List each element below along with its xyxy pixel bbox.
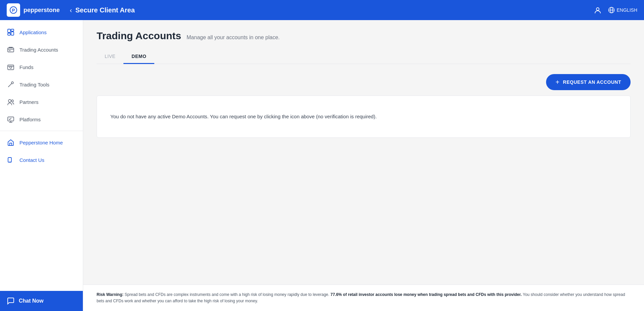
sidebar-item-funds-label: Funds xyxy=(19,64,34,70)
sidebar-item-platforms-label: Platforms xyxy=(19,117,41,122)
main-container: Applications Trading Accounts xyxy=(0,20,644,311)
language-button[interactable]: ENGLISH xyxy=(608,7,637,13)
page-title-row: Trading Accounts Manage all your account… xyxy=(97,30,631,42)
platforms-icon xyxy=(7,115,15,123)
tab-live[interactable]: LIVE xyxy=(97,50,123,64)
logo[interactable]: P pepperstone xyxy=(7,3,60,17)
svg-rect-11 xyxy=(8,65,14,70)
contact-icon xyxy=(7,156,15,164)
sidebar-item-trading-tools-label: Trading Tools xyxy=(19,82,49,87)
empty-accounts-card: You do not have any active Demo Accounts… xyxy=(97,96,631,138)
home-icon xyxy=(7,138,15,146)
sidebar-divider xyxy=(0,131,83,131)
chat-now-button[interactable]: Chat Now xyxy=(0,291,83,311)
sidebar-item-applications[interactable]: Applications xyxy=(0,23,83,41)
sidebar-item-trading-accounts[interactable]: Trading Accounts xyxy=(0,41,83,58)
sidebar-item-pepperstone-home[interactable]: Pepperstone Home xyxy=(0,134,83,151)
svg-point-2 xyxy=(596,8,599,10)
svg-rect-8 xyxy=(8,33,10,35)
svg-rect-9 xyxy=(11,32,14,35)
svg-point-14 xyxy=(8,100,11,102)
sidebar-item-contact-us[interactable]: Contact Us xyxy=(0,151,83,169)
risk-warning-bold: 77.6% of retail investor accounts lose m… xyxy=(330,292,522,297)
brand-name: pepperstone xyxy=(23,7,60,14)
user-icon-button[interactable] xyxy=(594,6,601,14)
sidebar-item-contact-us-label: Contact Us xyxy=(19,157,44,163)
header-title: Secure Client Area xyxy=(75,6,135,14)
svg-point-15 xyxy=(11,100,13,102)
risk-warning-label: Risk Warning: xyxy=(97,292,123,297)
sidebar-item-trading-accounts-label: Trading Accounts xyxy=(19,47,58,53)
risk-warning: Risk Warning: Spread bets and CFDs are c… xyxy=(83,285,644,311)
applications-icon xyxy=(7,28,15,36)
sidebar: Applications Trading Accounts xyxy=(0,20,83,311)
tabs: LIVE DEMO xyxy=(97,50,631,64)
sidebar-item-trading-tools[interactable]: Trading Tools xyxy=(0,76,83,93)
sidebar-item-applications-label: Applications xyxy=(19,29,47,35)
trading-accounts-icon xyxy=(7,46,15,54)
sidebar-item-pepperstone-home-label: Pepperstone Home xyxy=(19,140,63,145)
content-header: Trading Accounts Manage all your account… xyxy=(83,20,644,64)
sidebar-item-platforms[interactable]: Platforms xyxy=(0,111,83,128)
chat-now-label: Chat Now xyxy=(19,298,44,304)
page-subtitle: Manage all your accounts in one place. xyxy=(186,35,280,41)
plus-icon: + xyxy=(555,79,559,85)
content-body: + REQUEST AN ACCOUNT You do not have any… xyxy=(83,64,644,285)
svg-point-13 xyxy=(11,82,13,84)
request-btn-row: + REQUEST AN ACCOUNT xyxy=(97,74,631,90)
header-right: ENGLISH xyxy=(594,6,637,14)
svg-rect-17 xyxy=(8,158,11,162)
page-title: Trading Accounts xyxy=(97,30,181,42)
back-button[interactable]: ‹ xyxy=(70,6,72,14)
tab-demo[interactable]: DEMO xyxy=(123,50,154,64)
svg-rect-7 xyxy=(11,29,14,31)
language-label: ENGLISH xyxy=(617,7,637,13)
empty-message: You do not have any active Demo Accounts… xyxy=(110,113,617,121)
request-btn-label: REQUEST AN ACCOUNT xyxy=(563,79,621,85)
sidebar-nav: Applications Trading Accounts xyxy=(0,20,83,291)
content-area: Trading Accounts Manage all your account… xyxy=(83,20,644,311)
funds-icon xyxy=(7,63,15,71)
header: P pepperstone ‹ Secure Client Area ENGLI… xyxy=(0,0,644,20)
request-account-button[interactable]: + REQUEST AN ACCOUNT xyxy=(546,74,631,90)
trading-tools-icon xyxy=(7,80,15,88)
svg-rect-10 xyxy=(8,48,14,52)
partners-icon xyxy=(7,98,15,106)
sidebar-item-partners-label: Partners xyxy=(19,99,39,105)
logo-icon: P xyxy=(7,3,20,17)
sidebar-item-funds[interactable]: Funds xyxy=(0,58,83,76)
risk-warning-text1: Spread bets and CFDs are complex instrum… xyxy=(123,292,330,297)
svg-text:P: P xyxy=(12,8,15,13)
sidebar-item-partners[interactable]: Partners xyxy=(0,93,83,111)
svg-rect-6 xyxy=(8,29,10,33)
